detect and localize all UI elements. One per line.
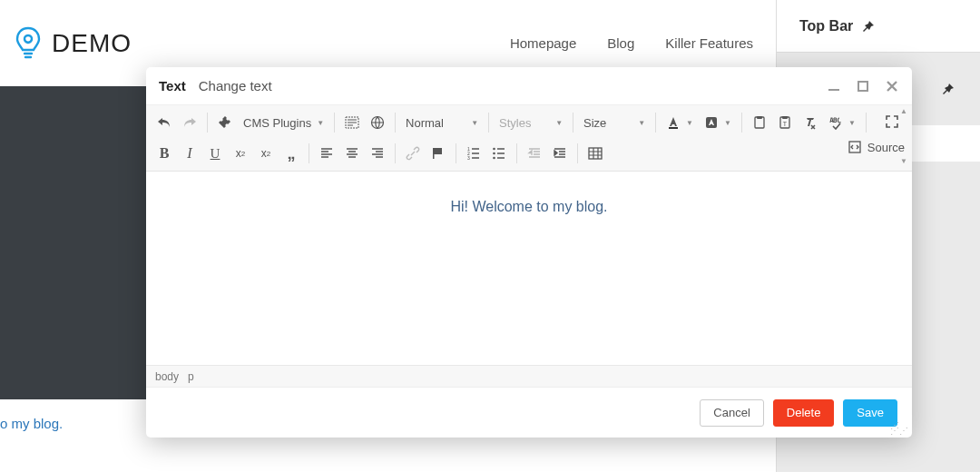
svg-point-18 [493,157,495,160]
resize-grip-icon[interactable]: ⋰⋰⋰ [890,423,908,434]
path-body[interactable]: body [155,370,179,383]
site-logo[interactable]: DEMO [14,25,132,62]
cms-plugins-dropdown[interactable]: CMS Plugins▼ [238,110,329,135]
table-button[interactable] [583,141,608,166]
svg-text:3: 3 [467,155,470,161]
site-title: DEMO [52,29,132,58]
blockquote-button[interactable]: „ [279,141,304,166]
elements-path: body p [146,365,912,387]
svg-rect-0 [828,89,839,91]
pin-icon[interactable] [940,82,955,96]
svg-rect-4 [669,127,678,129]
format-dropdown[interactable]: Normal▼ [400,110,484,135]
redo-button[interactable] [177,110,202,135]
svg-text:T: T [783,121,788,127]
editor-content[interactable]: Hi! Welcome to my blog. [146,172,912,365]
bullet-list-button[interactable] [486,141,512,166]
numbered-list-button[interactable]: 123 [461,141,486,166]
nav-killer-features[interactable]: Killer Features [665,35,753,51]
nav-homepage[interactable]: Homepage [510,35,576,51]
align-right-button[interactable] [365,141,390,166]
text-color-button[interactable]: ▼ [661,110,699,135]
content-paragraph[interactable]: Hi! Welcome to my blog. [164,199,894,215]
bg-color-button[interactable]: ▼ [699,110,737,135]
text-editor-modal: Text Change text ▲▼ CMS Plugins▼ Normal▼… [146,67,912,438]
minimize-button[interactable] [827,79,841,93]
globe-icon[interactable] [365,110,390,135]
placeholder-label: Top Bar [799,18,853,34]
close-button[interactable] [885,79,899,93]
path-p[interactable]: p [188,370,194,383]
italic-button[interactable]: I [177,141,202,166]
modal-titlebar[interactable]: Text Change text [146,67,912,105]
svg-rect-9 [782,116,788,119]
source-icon [848,140,862,154]
paste-button[interactable] [747,110,772,135]
svg-rect-7 [757,116,762,119]
size-dropdown[interactable]: Size▼ [578,110,651,135]
remove-format-button[interactable] [798,110,823,135]
underline-button[interactable]: U [202,141,228,166]
lightbulb-icon [14,25,43,62]
editor-toolbar: ▲▼ CMS Plugins▼ Normal▼ Styles▼ Size▼ ▼ … [146,105,912,172]
modal-title-sub: Change text [199,78,272,93]
blog-text-fragment: o my blog. [0,416,63,431]
undo-button[interactable] [152,110,177,135]
delete-button[interactable]: Delete [773,399,835,427]
svg-point-16 [493,148,495,151]
svg-rect-12 [433,148,435,159]
source-button[interactable]: Source [848,140,905,154]
modal-title-main: Text [159,78,186,93]
cancel-button[interactable]: Cancel [700,399,763,427]
show-blocks-button[interactable] [339,110,365,135]
svg-point-17 [493,152,495,155]
cms-plugins-icon[interactable] [212,110,238,135]
superscript-button[interactable]: x2 [253,141,279,166]
anchor-button[interactable] [426,141,451,166]
placeholder-top-bar[interactable]: Top Bar [777,0,980,53]
align-left-button[interactable] [314,141,339,166]
maximize-editor-button[interactable] [879,109,905,134]
site-nav: Homepage Blog Killer Features [510,35,762,51]
link-button[interactable] [400,141,426,166]
nav-blog[interactable]: Blog [607,35,634,51]
outdent-button[interactable] [522,141,547,166]
styles-dropdown[interactable]: Styles▼ [494,110,568,135]
bold-button[interactable]: B [152,141,177,166]
modal-footer: Cancel Delete Save ⋰⋰⋰ [146,387,912,438]
align-center-button[interactable] [339,141,365,166]
indent-button[interactable] [547,141,573,166]
paste-plain-button[interactable]: T [772,110,798,135]
svg-rect-19 [589,148,602,159]
maximize-window-button[interactable] [856,79,870,93]
svg-rect-1 [858,82,867,91]
subscript-button[interactable]: x2 [228,141,253,166]
pin-icon [860,19,875,34]
spellcheck-button[interactable]: ▼ [823,110,861,135]
